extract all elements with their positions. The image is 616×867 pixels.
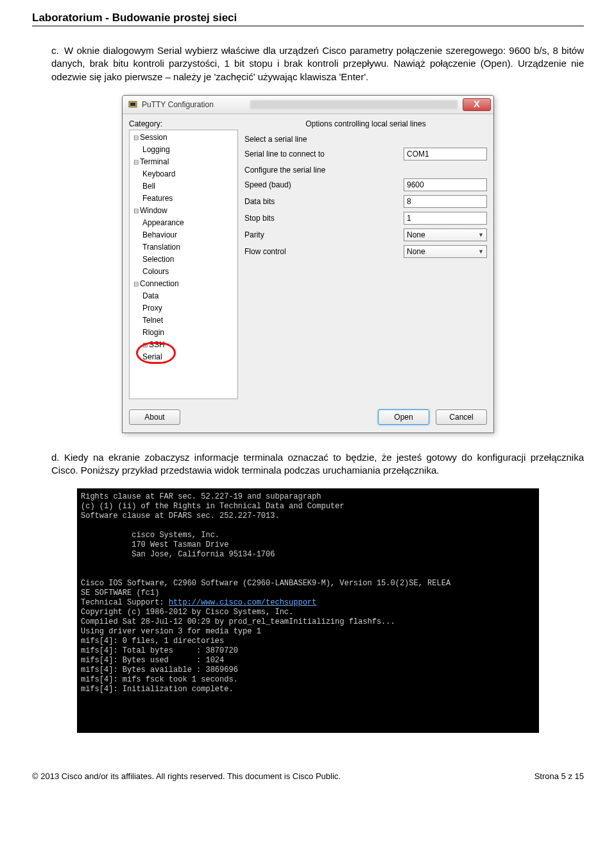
tree-keyboard[interactable]: Keyboard (142, 169, 175, 178)
footer-copyright: © 2013 Cisco and/or its affiliates. All … (32, 771, 341, 781)
tree-selection[interactable]: Selection (142, 255, 174, 264)
collapse-icon[interactable]: ⊟ (133, 156, 140, 168)
paragraph-c: c.W oknie dialogowym Serial wybierz właś… (32, 44, 584, 83)
expand-icon[interactable]: ⊞ (142, 339, 149, 351)
tree-data[interactable]: Data (142, 291, 158, 300)
databits-label: Data bits (244, 197, 404, 206)
speed-label: Speed (baud) (244, 180, 404, 189)
collapse-icon[interactable]: ⊟ (133, 132, 140, 144)
serial-line-input[interactable] (404, 148, 487, 160)
window-title: PuTTY Configuration (142, 100, 245, 109)
tree-translation[interactable]: Translation (142, 243, 180, 252)
tree-bell[interactable]: Bell (142, 182, 155, 191)
configure-serial-group-label: Configure the serial line (244, 166, 487, 175)
svg-rect-1 (130, 103, 135, 106)
panel-title: Options controlling local serial lines (244, 119, 487, 128)
techsupport-link[interactable]: http://www.cisco.com/techsupport (169, 598, 316, 607)
parity-label: Parity (244, 230, 404, 239)
collapse-icon[interactable]: ⊟ (133, 278, 140, 290)
stopbits-input[interactable] (404, 212, 487, 225)
tree-serial[interactable]: Serial (142, 352, 162, 361)
about-button[interactable]: About (129, 409, 180, 425)
tree-features[interactable]: Features (142, 194, 173, 203)
list-letter-c: c. (51, 44, 64, 57)
serial-line-label: Serial line to connect to (244, 150, 404, 159)
paragraph-d: d.Kiedy na ekranie zobaczysz informacje … (32, 451, 584, 477)
tree-telnet[interactable]: Telnet (142, 316, 163, 325)
titlebar: PuTTY Configuration X (123, 96, 493, 114)
footer-page-number: Strona 5 z 15 (535, 771, 584, 781)
serial-options-panel: Options controlling local serial lines S… (244, 119, 487, 399)
paragraph-d-text: Kiedy na ekranie zobaczysz informacje te… (51, 452, 584, 476)
chevron-down-icon: ▼ (478, 248, 484, 255)
parity-value: None (407, 230, 425, 239)
blurred-toolbar-placeholder (250, 100, 458, 109)
tree-terminal[interactable]: Terminal (140, 157, 169, 166)
tree-session[interactable]: Session (140, 133, 167, 142)
cancel-button[interactable]: Cancel (436, 409, 487, 425)
page-footer: © 2013 Cisco and/or its affiliates. All … (32, 759, 584, 781)
collapse-icon[interactable]: ⊟ (133, 205, 140, 217)
databits-input[interactable] (404, 195, 487, 208)
doc-title: Laboratorium - Budowanie prostej sieci (32, 12, 584, 26)
speed-input[interactable] (404, 178, 487, 191)
chevron-down-icon: ▼ (478, 232, 484, 238)
putty-icon (128, 99, 138, 110)
stopbits-label: Stop bits (244, 214, 404, 223)
tree-logging[interactable]: Logging (142, 145, 170, 154)
flow-label: Flow control (244, 247, 404, 256)
tree-proxy[interactable]: Proxy (142, 304, 162, 313)
tree-window[interactable]: Window (140, 206, 167, 215)
category-label: Category: (129, 119, 238, 128)
tree-rlogin[interactable]: Rlogin (142, 328, 164, 337)
tree-connection[interactable]: Connection (140, 279, 179, 288)
close-button[interactable]: X (463, 98, 491, 111)
tree-ssh[interactable]: SSH (149, 340, 165, 349)
terminal-output: Rights clause at FAR sec. 52.227-19 and … (77, 488, 539, 733)
tree-behaviour[interactable]: Behaviour (142, 230, 177, 239)
parity-combo[interactable]: None ▼ (404, 228, 487, 241)
flow-combo[interactable]: None ▼ (404, 245, 487, 258)
tree-colours[interactable]: Colours (142, 267, 169, 276)
category-tree[interactable]: ⊟Session Logging ⊟Terminal Keyboard Bell… (129, 130, 238, 399)
paragraph-c-text: W oknie dialogowym Serial wybierz właści… (51, 45, 584, 82)
tree-appearance[interactable]: Appearance (142, 218, 184, 227)
flow-value: None (407, 247, 425, 256)
open-button[interactable]: Open (378, 409, 429, 425)
select-serial-group-label: Select a serial line (244, 135, 487, 144)
putty-config-window: PuTTY Configuration X Category: ⊟Session… (122, 95, 494, 433)
list-letter-d: d. (51, 451, 64, 464)
